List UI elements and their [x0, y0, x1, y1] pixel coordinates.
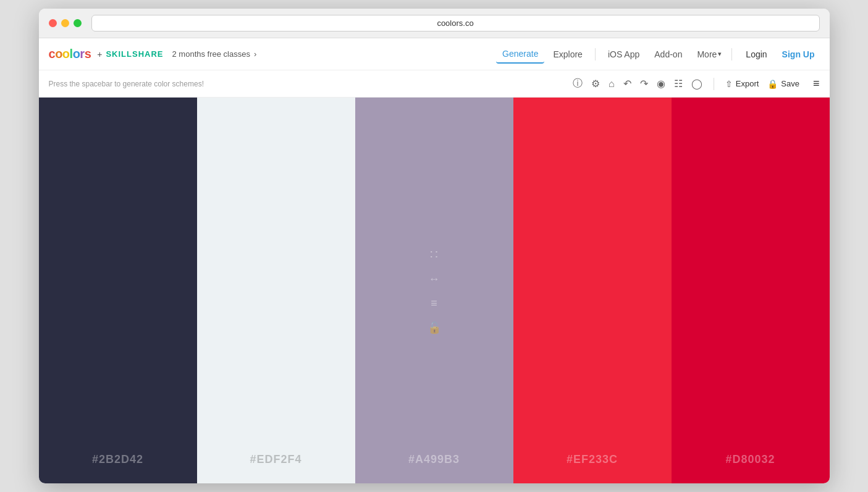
logo-letter: r [80, 47, 84, 61]
minimize-button[interactable] [61, 19, 69, 27]
color-swatch-0[interactable]: #2B2D42 [39, 98, 197, 483]
signup-button[interactable]: Sign Up [777, 46, 820, 63]
dots-grid-icon[interactable]: ∷ [430, 247, 438, 262]
home-icon[interactable]: ⌂ [609, 78, 615, 90]
settings-icon[interactable]: ⚙ [591, 78, 600, 90]
adjust-icon[interactable]: ≡ [431, 297, 437, 310]
promo-text: 2 months free classes [172, 49, 250, 59]
address-bar[interactable]: coolors.co [91, 15, 820, 31]
nav-bar: coolors + SKILLSHARE 2 months free class… [39, 38, 830, 70]
undo-icon[interactable]: ↶ [623, 78, 631, 90]
nav-explore[interactable]: Explore [547, 46, 588, 63]
plus-sign: + [97, 49, 102, 59]
color-swatch-4[interactable]: #D80032 [672, 98, 830, 483]
save-label: Save [781, 79, 799, 88]
eye-icon[interactable]: ◉ [657, 78, 665, 90]
swatch-icons: ∷ ↔ ≡ 🔓 [428, 247, 441, 335]
logo-letter: o [73, 47, 80, 61]
color-swatch-3[interactable]: #EF233C [513, 98, 672, 483]
resize-icon[interactable]: ↔ [429, 273, 440, 286]
logo-letter: o [55, 47, 62, 61]
toolbar-divider [714, 78, 714, 90]
login-button[interactable]: Login [741, 46, 772, 63]
browser-window: coolors.co coolors + SKILLSHARE 2 months… [39, 9, 830, 483]
circle-icon[interactable]: ◯ [691, 78, 702, 90]
color-hex-4: #D80032 [725, 453, 775, 466]
color-hex-2: #A499B3 [408, 453, 460, 466]
save-button[interactable]: 🔒 Save [767, 79, 799, 89]
skillshare-promo[interactable]: + SKILLSHARE 2 months free classes › [97, 49, 256, 59]
logo-letter: s [85, 47, 91, 61]
menu-icon[interactable]: ≡ [813, 77, 820, 90]
share-icon: ⇧ [725, 79, 733, 89]
color-swatch-2[interactable]: ∷ ↔ ≡ 🔓 #A499B3 [355, 98, 513, 483]
title-bar: coolors.co [39, 9, 830, 38]
color-hex-1: #EDF2F4 [250, 453, 301, 466]
promo-arrow: › [254, 49, 256, 59]
logo-letter: c [49, 47, 56, 61]
color-swatch-1[interactable]: #EDF2F4 [197, 98, 355, 483]
nav-addon[interactable]: Add-on [648, 46, 688, 63]
toolbar-hint: Press the spacebar to generate color sch… [49, 80, 573, 88]
color-hex-0: #2B2D42 [92, 453, 143, 466]
nav-ios-app[interactable]: iOS App [602, 46, 646, 63]
lock-icon: 🔒 [767, 79, 778, 89]
logo[interactable]: coolors [49, 47, 91, 61]
nav-more[interactable]: More ▾ [691, 46, 728, 63]
nav-generate[interactable]: Generate [496, 45, 544, 64]
nav-more-label: More [697, 49, 717, 59]
grid-icon[interactable]: ☷ [674, 78, 683, 90]
redo-icon[interactable]: ↷ [640, 78, 648, 90]
chevron-down-icon: ▾ [718, 50, 722, 58]
export-label: Export [736, 79, 759, 88]
maximize-button[interactable] [74, 19, 82, 27]
window-controls [49, 19, 82, 27]
color-hex-3: #EF233C [567, 453, 618, 466]
help-icon[interactable]: ⓘ [573, 77, 583, 90]
export-button[interactable]: ⇧ Export [725, 79, 759, 89]
toolbar: Press the spacebar to generate color sch… [39, 70, 830, 98]
skillshare-label: SKILLSHARE [106, 49, 163, 59]
toolbar-icons: ⓘ ⚙ ⌂ ↶ ↷ ◉ ☷ ◯ ⇧ Export 🔒 Save ≡ [573, 77, 819, 90]
nav-divider-2 [731, 48, 732, 60]
logo-letter: o [62, 47, 70, 61]
nav-divider [595, 48, 596, 60]
nav-links: Generate Explore iOS App Add-on More ▾ [496, 45, 728, 64]
palette-container: #2B2D42 #EDF2F4 ∷ ↔ ≡ 🔓 #A499B3 #EF233C … [39, 98, 830, 483]
close-button[interactable] [49, 19, 57, 27]
nav-auth: Login Sign Up [741, 46, 819, 63]
lock-swatch-icon[interactable]: 🔓 [428, 321, 441, 335]
